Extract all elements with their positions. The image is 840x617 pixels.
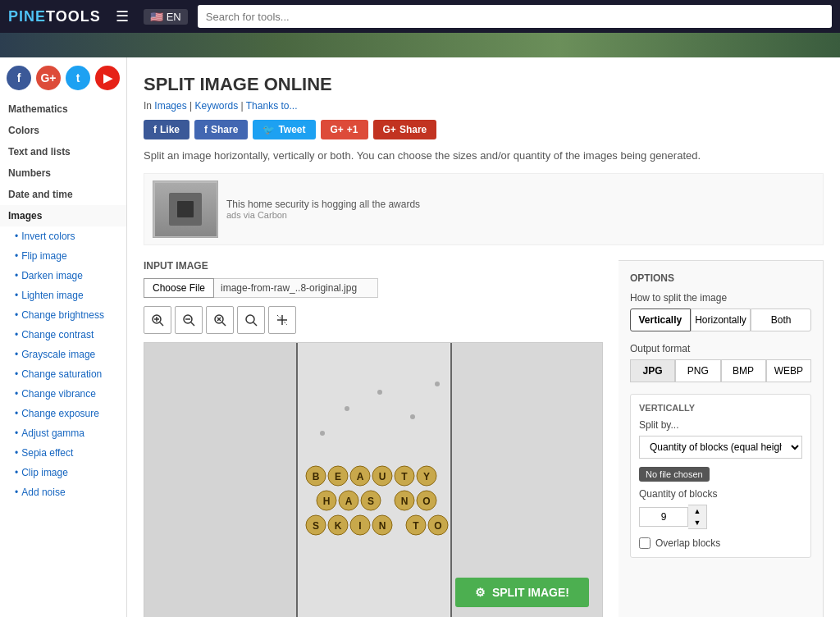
google-plus-1-button[interactable]: G+ +1	[321, 120, 368, 139]
zoom-reset-button[interactable]	[206, 306, 234, 334]
sidebar-item-invert-colors[interactable]: Invert colors	[0, 226, 126, 246]
gp-share-label: Share	[399, 124, 427, 135]
google-plus-icon[interactable]: G+	[36, 66, 61, 90]
breadcrumb-thanks[interactable]: Thanks to...	[246, 100, 298, 112]
description-text: Split an image horizontally, vertically …	[144, 149, 824, 162]
svg-point-18	[410, 414, 415, 419]
flag-icon: 🇺🇸	[150, 11, 163, 23]
svg-text:S: S	[313, 520, 319, 532]
zoom-in-button[interactable]	[144, 306, 171, 334]
svg-text:A: A	[357, 471, 364, 482]
split-image-button[interactable]: ⚙ SPLIT IMAGE!	[455, 578, 589, 607]
twitter-icon[interactable]: t	[66, 66, 90, 90]
ad-text: This home security is hogging all the aw…	[226, 199, 420, 210]
sidebar: f G+ t ▶ Mathematics Colors Text and lis…	[0, 57, 127, 617]
breadcrumb-keywords[interactable]: Keywords	[195, 100, 239, 112]
format-bmp-button[interactable]: BMP	[721, 359, 766, 382]
split-both-button[interactable]: Both	[751, 308, 811, 331]
svg-line-5	[191, 322, 194, 326]
sidebar-item-mathematics[interactable]: Mathematics	[0, 98, 126, 120]
split-method-label: How to split the image	[630, 292, 811, 304]
facebook-like-button[interactable]: f Like	[144, 120, 189, 139]
sidebar-item-numbers[interactable]: Numbers	[0, 162, 126, 184]
file-input-row: Choose File image-from-raw_..8-original.…	[144, 278, 619, 298]
svg-text:E: E	[335, 471, 341, 482]
facebook-icon[interactable]: f	[7, 66, 31, 90]
preview-section-3	[451, 343, 602, 617]
facebook-share-button[interactable]: f Share	[194, 120, 248, 139]
sidebar-item-change-exposure[interactable]: Change exposure	[0, 404, 126, 423]
svg-text:B: B	[313, 471, 320, 482]
overlap-checkbox[interactable]	[639, 537, 651, 549]
format-webp-button[interactable]: WEBP	[766, 359, 811, 382]
choose-file-button[interactable]: Choose File	[144, 278, 214, 298]
options-panel: OPTIONS How to split the image Verticall…	[619, 260, 824, 617]
vertically-title: VERTICALLY	[639, 403, 802, 413]
zoom-out-icon	[182, 313, 195, 327]
split-by-select[interactable]: Quantity of blocks (equal height)	[639, 436, 802, 459]
zoom-fit-button[interactable]	[237, 306, 265, 334]
sidebar-item-date-time[interactable]: Date and time	[0, 184, 126, 205]
svg-text:T: T	[413, 520, 419, 532]
options-title: OPTIONS	[630, 272, 811, 284]
main-layout: f G+ t ▶ Mathematics Colors Text and lis…	[0, 57, 840, 617]
svg-line-8	[222, 322, 226, 326]
zoom-actual-button[interactable]	[268, 306, 296, 334]
breadcrumb: In Images | Keywords | Thanks to...	[144, 100, 824, 112]
file-name-display: image-from-raw_..8-original.jpg	[214, 278, 378, 298]
qty-spinners: ▲ ▼	[688, 505, 707, 529]
split-line-1	[296, 343, 298, 617]
youtube-icon[interactable]: ▶	[95, 66, 120, 90]
svg-text:N: N	[379, 520, 386, 532]
header: PINETOOLS ☰ 🇺🇸 EN	[0, 0, 840, 33]
sidebar-item-grayscale-image[interactable]: Grayscale image	[0, 345, 126, 364]
sidebar-item-change-contrast[interactable]: Change contrast	[0, 325, 126, 345]
qty-input[interactable]	[639, 507, 688, 527]
svg-line-12	[253, 322, 257, 326]
svg-point-17	[377, 390, 382, 395]
sidebar-item-change-saturation[interactable]: Change saturation	[0, 364, 126, 384]
zoom-out-button[interactable]	[175, 306, 203, 334]
share-buttons-group: f Like f Share 🐦 Tweet G+ +1 G+ Share	[144, 120, 824, 139]
image-preview: B E A U T	[144, 342, 603, 617]
svg-point-20	[435, 382, 440, 386]
format-png-button[interactable]: PNG	[675, 359, 720, 382]
zoom-in-icon	[151, 313, 164, 327]
split-horizontally-button[interactable]: Horizontally	[691, 308, 751, 331]
input-panel: INPUT IMAGE Choose File image-from-raw_.…	[144, 260, 619, 617]
hamburger-button[interactable]: ☰	[111, 4, 134, 29]
language-selector[interactable]: 🇺🇸 EN	[144, 9, 188, 25]
output-format-label: Output format	[630, 343, 811, 354]
qty-increment-button[interactable]: ▲	[688, 505, 706, 517]
format-jpg-button[interactable]: JPG	[630, 359, 675, 382]
svg-text:T: T	[401, 471, 408, 482]
svg-text:I: I	[358, 520, 361, 532]
sidebar-item-change-vibrance[interactable]: Change vibrance	[0, 384, 126, 404]
sidebar-item-sepia-effect[interactable]: Sepia effect	[0, 443, 126, 463]
sidebar-item-flip-image[interactable]: Flip image	[0, 246, 126, 266]
split-vertically-button[interactable]: Vertically	[630, 308, 691, 331]
sidebar-item-add-noise[interactable]: Add noise	[0, 482, 126, 502]
svg-text:N: N	[401, 496, 409, 507]
tool-area: INPUT IMAGE Choose File image-from-raw_.…	[144, 260, 824, 617]
vertically-section: VERTICALLY Split by... Quantity of block…	[630, 394, 811, 558]
sidebar-item-darken-image[interactable]: Darken image	[0, 266, 126, 286]
sidebar-item-adjust-gamma[interactable]: Adjust gamma	[0, 423, 126, 443]
sidebar-item-clip-image[interactable]: Clip image	[0, 463, 126, 482]
sidebar-item-lighten-image[interactable]: Lighten image	[0, 286, 126, 305]
sidebar-item-text-lists[interactable]: Text and lists	[0, 141, 126, 162]
sidebar-item-colors[interactable]: Colors	[0, 120, 126, 141]
svg-point-16	[345, 406, 349, 411]
sidebar-item-change-brightness[interactable]: Change brightness	[0, 305, 126, 325]
google-plus-share-button[interactable]: G+ Share	[373, 120, 437, 139]
svg-text:K: K	[335, 520, 342, 532]
search-input[interactable]	[198, 5, 832, 28]
social-icons-group: f G+ t ▶	[0, 57, 126, 98]
overlap-label: Overlap blocks	[655, 537, 720, 549]
preview-section-1	[144, 343, 296, 617]
twitter-tweet-button[interactable]: 🐦 Tweet	[253, 120, 315, 139]
qty-decrement-button[interactable]: ▼	[688, 517, 706, 528]
svg-text:H: H	[323, 496, 331, 507]
svg-text:U: U	[379, 471, 386, 482]
breadcrumb-images[interactable]: Images	[154, 100, 186, 112]
